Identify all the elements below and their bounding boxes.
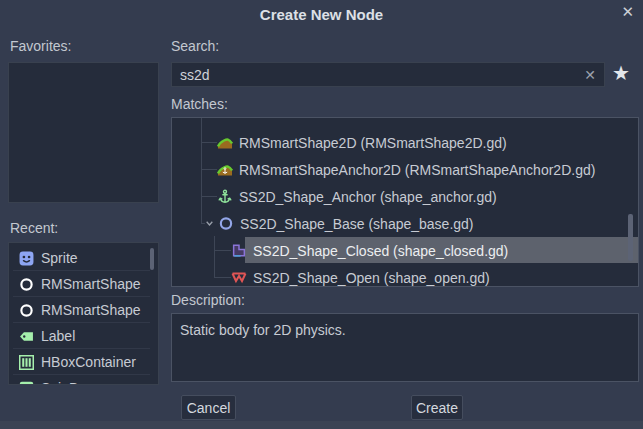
shape-base-circle-icon: [218, 216, 234, 231]
description-text: Static body for 2D physics.: [180, 322, 346, 338]
list-item[interactable]: HBoxContainer: [9, 349, 158, 375]
description-label: Description:: [171, 292, 245, 308]
tree-item-selected[interactable]: SS2D_Shape_Closed (shape_closed.gd): [231, 237, 631, 264]
search-input[interactable]: ss2d ✕: [171, 62, 605, 87]
matches-label: Matches:: [171, 96, 228, 112]
list-item[interactable]: SpinBox: [9, 375, 158, 385]
tree-guide-line: [214, 250, 231, 251]
recent-list[interactable]: Sprite RMSmartShape RMSmartShape Label H…: [8, 242, 159, 385]
shape-closed-icon: [231, 243, 247, 258]
cancel-button[interactable]: Cancel: [181, 395, 236, 420]
tree-guide-line: [201, 169, 217, 170]
favorites-label: Favorites:: [10, 38, 71, 54]
tree-item-label: SS2D_Shape_Base (shape_base.gd): [240, 216, 474, 232]
list-item-label: HBoxContainer: [41, 354, 136, 370]
list-item-label: RMSmartShape: [41, 302, 141, 318]
node-circle-icon: [19, 303, 34, 318]
create-button[interactable]: Create: [411, 395, 463, 420]
list-item-label: RMSmartShape: [41, 276, 141, 292]
search-label: Search:: [171, 38, 219, 54]
list-item-label: SpinBox: [41, 380, 93, 385]
sprite-icon: [19, 251, 34, 266]
description-box: Static body for 2D physics.: [171, 313, 639, 382]
terrain-icon: [217, 135, 233, 150]
tree-guide-line: [201, 196, 217, 197]
tree-item-label: SS2D_Shape_Open (shape_open.gd): [253, 270, 490, 286]
recent-label: Recent:: [10, 220, 58, 236]
anchor-icon: [217, 189, 233, 204]
dialog-title: Create New Node: [0, 6, 643, 23]
tree-guide-line: [214, 277, 231, 278]
tree-item[interactable]: SS2D_Shape_Anchor (shape_anchor.gd): [217, 183, 497, 210]
tree-item-label: SS2D_Shape_Closed (shape_closed.gd): [253, 243, 508, 259]
spinbox-icon: [19, 381, 34, 386]
matches-tree[interactable]: RMSmartShape2D (RMSmartShape2D.gd) RMSma…: [171, 117, 639, 287]
tree-guide-line: [214, 236, 215, 277]
search-value: ss2d: [180, 67, 584, 83]
window-edge: [0, 421, 643, 429]
recent-scrollbar[interactable]: [150, 248, 154, 270]
label-tag-icon: [19, 329, 34, 344]
list-item-label: Sprite: [41, 250, 78, 266]
list-item[interactable]: Label: [9, 323, 158, 349]
list-item[interactable]: Sprite: [9, 245, 158, 271]
node-circle-icon: [19, 277, 34, 292]
shape-open-icon: [231, 270, 247, 285]
hbox-container-icon: [19, 355, 34, 370]
clear-search-icon[interactable]: ✕: [584, 67, 596, 83]
list-item[interactable]: RMSmartShape: [9, 271, 158, 297]
tree-item[interactable]: RMSmartShape2D (RMSmartShape2D.gd): [217, 129, 507, 156]
tree-item[interactable]: SS2D_Shape_Base (shape_base.gd): [205, 210, 474, 237]
tree-guide-line: [201, 142, 217, 143]
favorite-star-icon[interactable]: ★: [612, 61, 630, 85]
tree-item-label: RMSmartShapeAnchor2D (RMSmartShapeAnchor…: [239, 162, 595, 178]
favorites-list[interactable]: [8, 62, 159, 203]
tree-item[interactable]: RMSmartShapeAnchor2D (RMSmartShapeAnchor…: [217, 156, 595, 183]
tree-item-label: RMSmartShape2D (RMSmartShape2D.gd): [239, 135, 507, 151]
tree-item-label: SS2D_Shape_Anchor (shape_anchor.gd): [239, 189, 497, 205]
terrain-anchor-icon: [217, 162, 233, 177]
list-item[interactable]: RMSmartShape: [9, 297, 158, 323]
tree-item[interactable]: SS2D_Shape_Open (shape_open.gd): [231, 264, 490, 287]
close-icon[interactable]: ✕: [621, 3, 634, 21]
matches-scrollbar[interactable]: [628, 214, 633, 261]
tree-guide-line: [201, 118, 202, 223]
create-new-node-dialog: Create New Node ✕ Favorites: Recent: Spr…: [0, 0, 643, 429]
chevron-down-icon[interactable]: [205, 219, 214, 228]
list-item-label: Label: [41, 328, 75, 344]
